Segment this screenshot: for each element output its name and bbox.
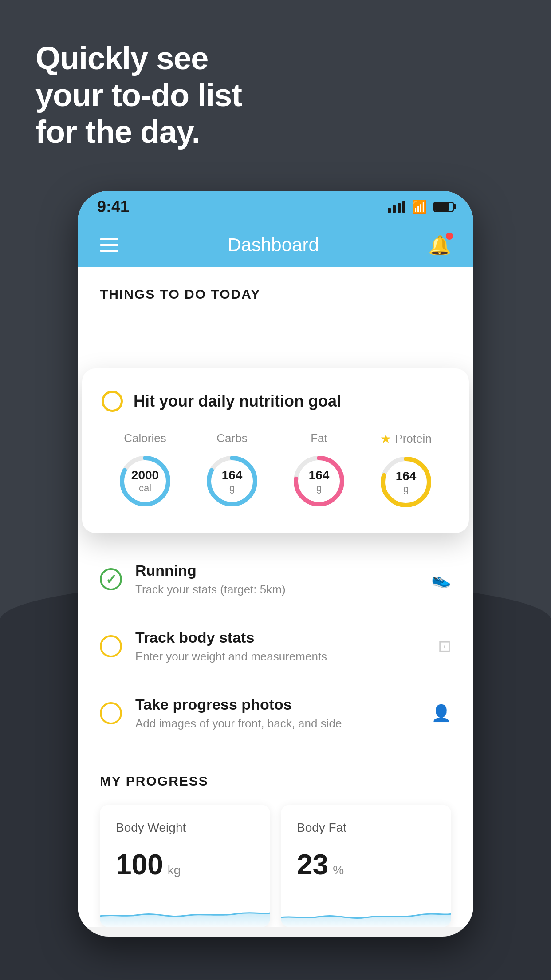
fat-value: 164 g — [309, 469, 330, 494]
body-fat-unit: % — [333, 863, 344, 877]
body-stats-status-circle — [100, 635, 122, 657]
headline-line2: your to-do list — [35, 77, 242, 114]
body-fat-value-row: 23 % — [297, 848, 435, 881]
notification-dot — [446, 233, 453, 240]
carbs-circle: 164 g — [203, 452, 261, 510]
hamburger-line-1 — [100, 238, 118, 240]
nutrition-card: Hit your daily nutrition goal Calories — [82, 368, 469, 533]
body-fat-chart — [281, 892, 451, 927]
status-icons: 📶 — [388, 200, 454, 214]
things-section-title: THINGS TO DO TODAY — [78, 267, 473, 311]
hamburger-line-3 — [100, 250, 118, 252]
person-icon: 👤 — [431, 704, 451, 723]
running-text-group: Running Track your stats (target: 5km) — [135, 562, 418, 597]
photos-text-group: Take progress photos Add images of your … — [135, 696, 418, 731]
body-weight-value-row: 100 kg — [116, 848, 254, 881]
nutrition-card-header: Hit your daily nutrition goal — [102, 391, 449, 412]
macro-fat: Fat 164 g — [290, 431, 348, 510]
phone-content: THINGS TO DO TODAY Hit your daily nutrit… — [78, 267, 473, 927]
todo-item-running[interactable]: ✓ Running Track your stats (target: 5km)… — [78, 546, 473, 613]
running-subtitle: Track your stats (target: 5km) — [135, 583, 418, 597]
signal-bars-icon — [388, 201, 405, 213]
headline-line1: Quickly see — [35, 40, 242, 77]
running-title: Running — [135, 562, 418, 579]
photos-status-circle — [100, 702, 122, 724]
protein-circle: 164 g — [377, 453, 435, 511]
photos-title: Take progress photos — [135, 696, 418, 713]
notification-bell-button[interactable]: 🔔 — [428, 234, 451, 256]
phone-frame: 9:41 📶 Dashboard 🔔 TH — [78, 191, 473, 937]
macro-protein-label: ★ Protein — [380, 431, 431, 446]
battery-fill — [435, 203, 449, 211]
hamburger-line-2 — [100, 244, 118, 246]
todo-list: ✓ Running Track your stats (target: 5km)… — [78, 546, 473, 747]
nutrition-card-title: Hit your daily nutrition goal — [134, 392, 341, 411]
macro-carbs-label: Carbs — [216, 431, 247, 445]
nutrition-status-circle — [102, 391, 123, 412]
app-header: Dashboard 🔔 — [78, 223, 473, 267]
star-icon: ★ — [380, 431, 391, 446]
macro-fat-label: Fat — [311, 431, 327, 445]
body-weight-card-title: Body Weight — [116, 821, 254, 835]
macro-carbs: Carbs 164 g — [203, 431, 261, 510]
scale-icon: ⊡ — [438, 637, 451, 656]
status-bar: 9:41 📶 — [78, 191, 473, 223]
shoe-icon: 👟 — [431, 570, 451, 589]
body-stats-subtitle: Enter your weight and measurements — [135, 650, 425, 664]
header-title: Dashboard — [228, 234, 319, 256]
protein-value: 164 g — [396, 470, 417, 495]
todo-item-body-stats[interactable]: Track body stats Enter your weight and m… — [78, 613, 473, 680]
body-fat-value: 23 — [297, 848, 328, 881]
running-check-icon: ✓ — [106, 572, 117, 587]
headline: Quickly see your to-do list for the day. — [35, 40, 242, 150]
body-stats-text-group: Track body stats Enter your weight and m… — [135, 629, 425, 664]
macro-calories: Calories 2000 cal — [116, 431, 174, 510]
progress-cards: Body Weight 100 kg — [100, 805, 451, 927]
body-weight-value: 100 — [116, 848, 163, 881]
signal-bar-3 — [398, 203, 401, 213]
signal-bar-4 — [402, 201, 405, 213]
macro-protein: ★ Protein 164 g — [377, 431, 435, 511]
photos-subtitle: Add images of your front, back, and side — [135, 717, 418, 731]
calories-circle: 2000 cal — [116, 452, 174, 510]
body-weight-card[interactable]: Body Weight 100 kg — [100, 805, 270, 927]
macro-calories-label: Calories — [124, 431, 166, 445]
macros-row: Calories 2000 cal — [102, 431, 449, 511]
headline-line3: for the day. — [35, 114, 242, 150]
hamburger-menu-button[interactable] — [100, 238, 118, 252]
signal-bar-1 — [388, 208, 391, 213]
status-time: 9:41 — [97, 198, 129, 216]
wifi-icon: 📶 — [412, 200, 427, 214]
progress-section: MY PROGRESS Body Weight 100 kg — [78, 747, 473, 927]
body-fat-card[interactable]: Body Fat 23 % — [281, 805, 451, 927]
body-stats-title: Track body stats — [135, 629, 425, 646]
todo-item-photos[interactable]: Take progress photos Add images of your … — [78, 680, 473, 747]
signal-bar-2 — [393, 205, 396, 213]
carbs-value: 164 g — [222, 469, 243, 494]
progress-section-title: MY PROGRESS — [100, 774, 451, 789]
body-weight-unit: kg — [168, 863, 181, 877]
running-status-circle: ✓ — [100, 568, 122, 590]
body-weight-chart — [100, 892, 270, 927]
fat-circle: 164 g — [290, 452, 348, 510]
battery-icon — [433, 202, 454, 212]
calories-value: 2000 cal — [131, 469, 159, 494]
body-fat-card-title: Body Fat — [297, 821, 435, 835]
